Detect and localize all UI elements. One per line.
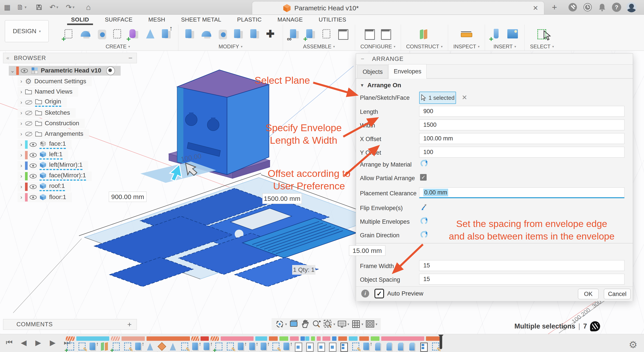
sidebar-item-document-settings[interactable]: › ⚙ Document Settings: [18, 76, 92, 86]
mirror-icon[interactable]: [144, 28, 156, 40]
home-tab-icon[interactable]: ⌂: [86, 0, 91, 15]
offset-face-icon[interactable]: [248, 28, 261, 40]
timeline-op-cp[interactable]: [339, 342, 349, 352]
revolve-icon[interactable]: [79, 28, 92, 40]
collapse-panel-icon[interactable]: «: [6, 55, 10, 61]
timeline-op-ex[interactable]: [259, 342, 269, 352]
timeline-op-sk[interactable]: [111, 342, 121, 352]
group-construct-label[interactable]: CONSTRUCT: [406, 44, 439, 50]
timeline-op-fi[interactable]: [385, 342, 395, 352]
timeline-op-sh[interactable]: [316, 342, 326, 352]
sidebar-item-floor-1[interactable]: › floor:1: [18, 193, 72, 202]
timeline-op-ex[interactable]: [134, 342, 144, 352]
tab-solid[interactable]: SOLID: [63, 15, 97, 25]
timeline-group-bar[interactable]: [146, 336, 190, 341]
arrange-by-material-toggle-icon[interactable]: [420, 159, 428, 167]
zoom-tool[interactable]: [312, 319, 321, 329]
arrange-on-section[interactable]: ▼ Arrange On: [360, 82, 401, 89]
chevron-right-icon[interactable]: ›: [18, 120, 25, 127]
timeline-op-fi[interactable]: [396, 342, 406, 352]
timeline-op-mi[interactable]: [168, 342, 178, 352]
timeline-group-bar[interactable]: [76, 336, 109, 341]
allow-partial-checkbox[interactable]: ✓: [420, 174, 427, 181]
timeline-op-sh[interactable]: [294, 342, 304, 352]
clear-selection-icon[interactable]: ✕: [462, 94, 467, 101]
timeline-group-bar[interactable]: [349, 336, 358, 341]
dialog-header[interactable]: − ARRANGE: [356, 54, 633, 65]
timeline-op-ed[interactable]: [122, 342, 132, 352]
timeline-group-bar[interactable]: [111, 336, 120, 341]
visibility-eye-icon[interactable]: [30, 163, 37, 168]
timeline-group-bar[interactable]: [200, 336, 209, 341]
timeline-op-ex[interactable]: [88, 342, 98, 352]
root-component-label[interactable]: Parametric Head v10: [41, 67, 101, 74]
visibility-eye-off-icon[interactable]: [25, 110, 32, 115]
chevron-right-icon[interactable]: ›: [18, 99, 25, 105]
create-sketch-icon[interactable]: [63, 28, 76, 40]
timeline-group-bar[interactable]: [300, 336, 305, 341]
bom-icon[interactable]: [337, 28, 350, 40]
timeline-op-ed[interactable]: [350, 342, 360, 352]
clearance-dimension-chip[interactable]: 15.00 mm: [349, 245, 386, 256]
browser-root-row[interactable]: ⌄ Parametric Head v10: [9, 66, 121, 76]
comments-bar[interactable]: COMMENTS +: [3, 319, 137, 330]
look-at-tool[interactable]: [289, 319, 298, 329]
visibility-eye-off-icon[interactable]: [25, 121, 32, 126]
timeline-op-sh[interactable]: [328, 342, 338, 352]
timeline-op-cp[interactable]: [419, 342, 429, 352]
redo-button[interactable]: ↷▾: [66, 0, 74, 15]
visibility-eye-icon[interactable]: [30, 142, 37, 147]
info-icon[interactable]: i: [361, 290, 369, 297]
orbit-tool[interactable]: ▾: [275, 319, 287, 329]
sidebar-item-construction[interactable]: › Construction: [18, 119, 85, 128]
fillet-icon[interactable]: [200, 28, 212, 40]
chevron-right-icon[interactable]: ›: [18, 141, 25, 148]
insert-derive-icon[interactable]: [288, 28, 301, 40]
tab-manage[interactable]: MANAGE: [270, 15, 311, 25]
timeline-settings-gear-icon[interactable]: ⚙: [629, 339, 638, 350]
dim-length-label[interactable]: 900.00 mm: [109, 192, 146, 202]
placement-clearance-input[interactable]: 0.00 mm: [419, 188, 624, 198]
zoom-window-tool[interactable]: ▾: [323, 319, 335, 329]
hole-icon[interactable]: [95, 28, 108, 40]
pattern-icon[interactable]: [112, 28, 124, 40]
config-table-icon[interactable]: [380, 28, 392, 40]
sidebar-item-face-mirror-1[interactable]: › face(Mirror):1: [18, 171, 92, 181]
timeline-group-bar[interactable]: [371, 336, 380, 341]
visibility-eye-icon[interactable]: [30, 153, 37, 157]
timeline-op-ex[interactable]: [202, 342, 212, 352]
construct-plane-icon[interactable]: [418, 28, 431, 40]
multiple-envelopes-toggle-icon[interactable]: [420, 216, 428, 225]
minimize-panel-icon[interactable]: −: [128, 54, 133, 62]
object-spacing-input[interactable]: [419, 274, 624, 285]
measure-icon[interactable]: [460, 28, 473, 40]
sidebar-item-named-views[interactable]: › Named Views: [18, 87, 78, 97]
length-input[interactable]: [419, 106, 624, 117]
timeline-group-bar[interactable]: [426, 336, 440, 341]
chevron-right-icon[interactable]: ›: [18, 131, 25, 137]
timeline-group-bar[interactable]: [322, 336, 330, 341]
close-tab-icon[interactable]: ✕: [533, 4, 538, 12]
tab-objects[interactable]: Objects: [357, 65, 388, 79]
timeline-op-lo[interactable]: [156, 342, 167, 352]
move-copy-icon[interactable]: [265, 28, 278, 40]
chevron-right-icon[interactable]: ›: [18, 162, 25, 169]
dialog-collapse-icon[interactable]: −: [361, 56, 364, 62]
visibility-eye-icon[interactable]: [20, 68, 28, 73]
tab-mesh[interactable]: MESH: [140, 15, 173, 25]
frame-width-input[interactable]: [419, 260, 624, 271]
visibility-eye-off-icon[interactable]: [25, 100, 32, 105]
file-menu-icon[interactable]: 🗎▾: [17, 0, 26, 15]
timeline-op-sk[interactable]: [214, 342, 224, 352]
sidebar-item-sketches[interactable]: › Sketches: [18, 108, 76, 118]
timeline-op-ex[interactable]: [362, 342, 372, 352]
timeline-op-ex[interactable]: [236, 342, 246, 352]
visibility-eye-icon[interactable]: [30, 174, 37, 179]
timeline-group-bar[interactable]: [332, 336, 336, 341]
extensions-icon[interactable]: [568, 0, 577, 15]
tab-utilities[interactable]: UTILITIES: [311, 15, 354, 25]
timeline-op-ex[interactable]: [191, 342, 201, 352]
document-tab[interactable]: Parametric Head v10* ✕: [252, 2, 544, 15]
group-create-label[interactable]: CREATE: [106, 44, 126, 50]
chevron-right-icon[interactable]: ›: [18, 78, 25, 84]
